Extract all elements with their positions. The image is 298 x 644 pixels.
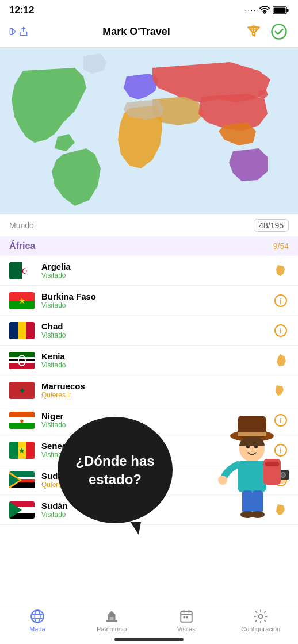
status-icons: ···· (245, 6, 289, 14)
svg-text:i: i (280, 446, 282, 455)
status-bar: 12:12 ···· (0, 0, 298, 18)
flag-sudan (9, 501, 35, 519)
country-status: Quieres ir (41, 481, 273, 489)
country-name: Burkina Faso (41, 292, 273, 301)
svg-rect-51 (183, 616, 185, 618)
country-info: Kenia Visitado (41, 351, 273, 369)
svg-rect-46 (110, 617, 114, 620)
flag-senegal: ★ (9, 442, 35, 459)
home-indicator (114, 638, 184, 641)
list-item[interactable]: Sudáfrica Quieres ir i (0, 465, 298, 495)
flag-chad (9, 322, 35, 339)
list-item[interactable]: ● Níger Visitado i (0, 405, 298, 435)
svg-rect-1 (287, 9, 289, 12)
svg-rect-2 (274, 8, 286, 13)
tab-mapa[interactable]: Mapa (17, 609, 58, 632)
country-name: Níger (41, 411, 273, 421)
tab-patrimonio-label: Patrimonio (97, 626, 127, 632)
flag-morocco: ✦ (9, 382, 35, 399)
country-info: Senegal Visitado (41, 441, 273, 459)
svg-point-39 (31, 610, 44, 623)
country-info-icon: i (273, 293, 289, 309)
svg-text:i: i (280, 416, 282, 425)
svg-point-40 (35, 610, 40, 623)
country-name: Sudáfrica (41, 471, 273, 481)
country-name: Marruecos (41, 381, 273, 391)
country-status: Visitado (41, 451, 273, 459)
nav-title: Mark O'Travel (102, 26, 170, 38)
country-shape-icon (273, 502, 289, 518)
country-info-icon: i (273, 472, 289, 488)
africa-title: África (9, 241, 35, 251)
country-status: Visitado (41, 511, 273, 519)
svg-text:i: i (280, 327, 282, 335)
check-circle-icon (270, 23, 288, 40)
world-label: Mundo (9, 221, 34, 230)
list-item[interactable]: ✦ Marruecos Quieres ir (0, 375, 298, 405)
svg-text:i: i (280, 297, 282, 305)
country-name: Senegal (41, 441, 273, 451)
country-status: Visitado (41, 361, 273, 369)
gear-icon (253, 609, 268, 624)
status-time: 12:12 (9, 5, 34, 16)
country-info-icon: i (273, 412, 289, 428)
country-status: Visitado (41, 331, 273, 339)
country-name: Kenia (41, 351, 273, 361)
country-info: Marruecos Quieres ir (41, 381, 273, 399)
list-item[interactable]: ★ Senegal Visitado i (0, 435, 298, 465)
list-item[interactable]: Kenia Visitado (0, 346, 298, 375)
filter-button[interactable] (244, 22, 263, 41)
list-item[interactable]: ☪ Argelia Visitado (0, 256, 298, 286)
country-name: Sudán (41, 501, 273, 511)
flag-algeria: ☪ (9, 262, 35, 279)
country-status: Visitado (41, 421, 273, 429)
svg-point-14 (18, 355, 25, 366)
svg-point-8 (272, 25, 286, 39)
battery-icon (273, 6, 289, 14)
country-name: Argelia (41, 262, 273, 271)
country-info-icon: i (273, 323, 289, 339)
map-globe-icon (30, 609, 45, 624)
country-info: Níger Visitado (41, 411, 273, 429)
share-icon (18, 24, 29, 39)
list-item[interactable]: Chad Visitado i (0, 316, 298, 346)
list-item[interactable]: Sudán Visitado (0, 495, 298, 525)
flag-southafrica (9, 471, 35, 489)
africa-count: 9/54 (273, 241, 289, 251)
nav-bar: Mark O'Travel (0, 18, 298, 48)
flag-kenya (9, 352, 35, 369)
tab-configuracion-label: Configuración (241, 626, 280, 632)
country-shape-icon (273, 263, 289, 279)
svg-rect-43 (106, 620, 118, 622)
tab-visitas-label: Visitas (177, 626, 196, 632)
signal-dots-icon: ···· (245, 7, 257, 14)
country-info: Argelia Visitado (41, 262, 273, 279)
calendar-icon (179, 609, 194, 624)
tab-configuracion[interactable]: Configuración (240, 609, 281, 632)
world-map[interactable] (0, 48, 298, 214)
country-name: Chad (41, 321, 273, 331)
world-counter: Mundo 48/195 (0, 214, 298, 236)
share-button[interactable] (9, 22, 29, 41)
world-count: 48/195 (254, 219, 289, 232)
list-item[interactable]: ★ Burkina Faso Visitado i (0, 286, 298, 316)
country-info: Sudáfrica Quieres ir (41, 471, 273, 489)
country-info: Sudán Visitado (41, 501, 273, 519)
flag-burkina: ★ (9, 292, 35, 309)
filter-icon (246, 24, 261, 39)
country-status: Visitado (41, 271, 273, 279)
africa-section-header: África 9/54 (0, 236, 298, 256)
check-button[interactable] (269, 22, 289, 41)
country-info: Burkina Faso Visitado (41, 292, 273, 309)
flag-niger: ● (9, 412, 35, 429)
country-list: ☪ Argelia Visitado ★ Burkina Faso Visita… (0, 256, 298, 571)
country-info: Chad Visitado (41, 321, 273, 339)
svg-point-53 (259, 615, 263, 619)
country-status: Visitado (41, 301, 273, 309)
svg-rect-3 (10, 29, 12, 35)
country-shape-icon (273, 352, 289, 369)
country-info-icon: i (273, 442, 289, 458)
tab-patrimonio[interactable]: Patrimonio (91, 609, 132, 632)
tab-visitas[interactable]: Visitas (166, 609, 207, 632)
svg-rect-52 (186, 616, 188, 618)
